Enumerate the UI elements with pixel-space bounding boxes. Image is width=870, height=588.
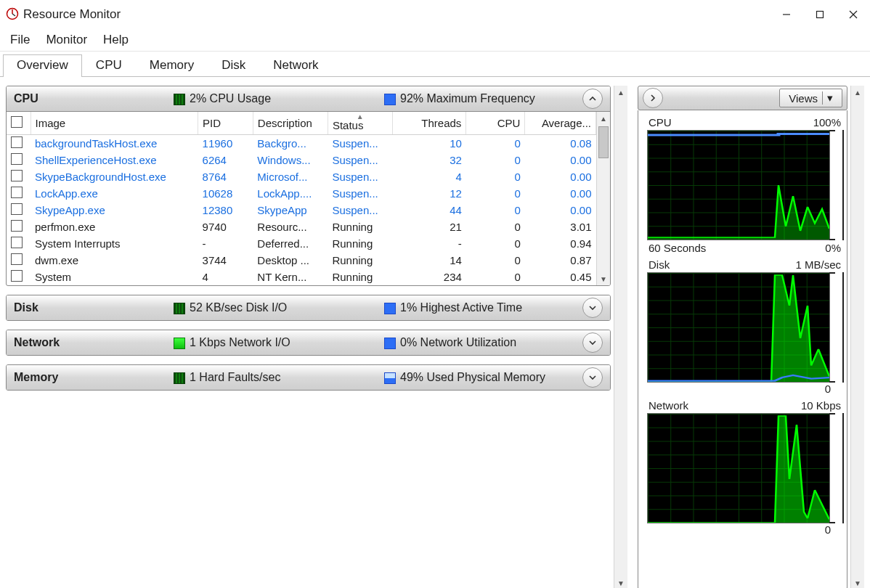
panel-cpu: CPU 2% CPU Usage 92% Maximum Frequency I…	[6, 86, 611, 286]
chart-disk-max: 1 MB/sec	[795, 258, 841, 271]
col-status[interactable]: ▲Status	[328, 112, 392, 135]
col-threads[interactable]: Threads	[392, 112, 466, 135]
menu-help[interactable]: Help	[103, 33, 129, 47]
menu-monitor[interactable]: Monitor	[46, 33, 87, 47]
table-row[interactable]: LockApp.exe10628LockApp....Suspen...1200…	[7, 185, 596, 202]
table-row[interactable]: perfmon.exe9740Resourc...Running2103.01	[7, 219, 596, 235]
cell-threads: 4	[392, 168, 466, 185]
cell-cpu: 0	[466, 202, 525, 219]
views-collapse-button[interactable]	[643, 88, 663, 108]
chart-cpu-title: CPU	[649, 116, 672, 128]
cell-description: Desktop ...	[253, 252, 328, 269]
panel-cpu-title: CPU	[7, 92, 174, 105]
window-title: Resource Monitor	[23, 7, 121, 22]
chart-disk-title: Disk	[649, 258, 670, 271]
cell-description: Windows...	[253, 152, 328, 168]
chart-network-max: 10 Kbps	[801, 399, 841, 412]
row-checkbox[interactable]	[11, 136, 23, 148]
col-average[interactable]: Average...	[525, 112, 596, 135]
cpu-freq-text: 92% Maximum Frequency	[400, 92, 535, 105]
cell-average: 0.00	[525, 202, 596, 219]
table-row[interactable]: System4NT Kern...Running23400.45	[7, 269, 596, 285]
cell-pid: 11960	[198, 135, 253, 152]
cell-average: 0.00	[525, 185, 596, 202]
cell-threads: 32	[392, 152, 466, 168]
cell-image: ShellExperienceHost.exe	[31, 152, 198, 168]
cell-average: 0.87	[525, 252, 596, 269]
minimize-button[interactable]	[770, 4, 803, 25]
cell-image: SkypeBackgroundHost.exe	[31, 168, 198, 185]
row-checkbox[interactable]	[11, 187, 23, 198]
cell-image: perfmon.exe	[31, 219, 198, 235]
cell-pid: 9740	[198, 219, 253, 235]
cell-image: backgroundTaskHost.exe	[31, 135, 198, 152]
memory-used-text: 49% Used Physical Memory	[400, 371, 545, 384]
svg-marker-5	[648, 185, 829, 240]
panel-cpu-collapse-button[interactable]	[582, 89, 603, 109]
panel-network-title: Network	[7, 336, 174, 349]
cell-pid: 4	[198, 269, 253, 285]
cpu-table-scrollbar[interactable]: ▲ ▼	[596, 112, 610, 285]
col-check[interactable]	[7, 112, 31, 135]
cell-threads: 14	[392, 252, 466, 269]
tab-disk[interactable]: Disk	[208, 54, 259, 77]
col-image[interactable]: Image	[31, 112, 198, 135]
cell-pid: -	[198, 235, 253, 252]
cell-description: NT Kern...	[253, 269, 328, 285]
cell-image: dwm.exe	[31, 252, 198, 269]
cell-pid: 8764	[198, 168, 253, 185]
row-checkbox[interactable]	[11, 253, 23, 265]
col-pid[interactable]: PID	[198, 112, 253, 135]
svg-marker-7	[648, 416, 829, 523]
table-row[interactable]: ShellExperienceHost.exe6264Windows...Sus…	[7, 152, 596, 168]
table-row[interactable]: System Interrupts-Deferred...Running-00.…	[7, 235, 596, 252]
cell-description: Deferred...	[253, 235, 328, 252]
col-cpu[interactable]: CPU	[466, 112, 525, 135]
cell-image: System	[31, 269, 198, 285]
cell-threads: 44	[392, 202, 466, 219]
cell-threads: 21	[392, 219, 466, 235]
tab-network[interactable]: Network	[259, 54, 332, 77]
chart-disk-bottom: 0	[647, 383, 844, 395]
table-row[interactable]: SkypeApp.exe12380SkypeAppSuspen...4400.0…	[7, 202, 596, 219]
panel-network-expand-button[interactable]	[582, 332, 603, 353]
views-dropdown[interactable]: Views ▾	[779, 89, 842, 107]
cpu-process-table: Image PID Description ▲Status Threads CP…	[7, 112, 596, 285]
panel-memory: Memory 1 Hard Faults/sec 49% Used Physic…	[6, 364, 611, 391]
row-checkbox[interactable]	[11, 203, 23, 215]
cpu-freq-icon	[384, 94, 396, 105]
maximize-button[interactable]	[803, 4, 837, 25]
left-pane-scrollbar[interactable]: ▲ ▼	[614, 86, 627, 588]
chart-network: Network 10 Kbps 0	[647, 399, 844, 536]
cell-average: 0.08	[525, 135, 596, 152]
cell-cpu: 0	[466, 185, 525, 202]
network-util-text: 0% Network Utilization	[400, 336, 516, 349]
table-row[interactable]: SkypeBackgroundHost.exe8764Microsof...Su…	[7, 168, 596, 185]
right-pane-scrollbar[interactable]: ▲ ▼	[850, 86, 864, 588]
cell-image: System Interrupts	[31, 235, 198, 252]
panel-disk-expand-button[interactable]	[582, 298, 603, 318]
panel-memory-title: Memory	[7, 371, 174, 384]
table-row[interactable]: dwm.exe3744Desktop ...Running1400.87	[7, 252, 596, 269]
close-button[interactable]	[837, 4, 870, 25]
panel-disk-title: Disk	[7, 301, 174, 314]
row-checkbox[interactable]	[11, 220, 23, 232]
row-checkbox[interactable]	[11, 153, 23, 165]
cell-status: Suspen...	[328, 202, 392, 219]
table-row[interactable]: backgroundTaskHost.exe11960Backgro...Sus…	[7, 135, 596, 152]
cell-average: 0.00	[525, 152, 596, 168]
cell-status: Running	[328, 219, 392, 235]
row-checkbox[interactable]	[11, 270, 23, 282]
col-description[interactable]: Description	[253, 112, 328, 135]
tab-memory[interactable]: Memory	[136, 54, 208, 77]
tab-cpu[interactable]: CPU	[82, 54, 136, 77]
panel-memory-expand-button[interactable]	[582, 367, 603, 388]
row-checkbox[interactable]	[11, 170, 23, 181]
cell-status: Suspen...	[328, 135, 392, 152]
cell-cpu: 0	[466, 135, 525, 152]
chart-network-title: Network	[649, 399, 688, 412]
row-checkbox[interactable]	[11, 237, 23, 248]
menu-file[interactable]: File	[10, 33, 30, 47]
tab-overview[interactable]: Overview	[3, 54, 82, 77]
disk-io-text: 52 KB/sec Disk I/O	[190, 301, 287, 314]
